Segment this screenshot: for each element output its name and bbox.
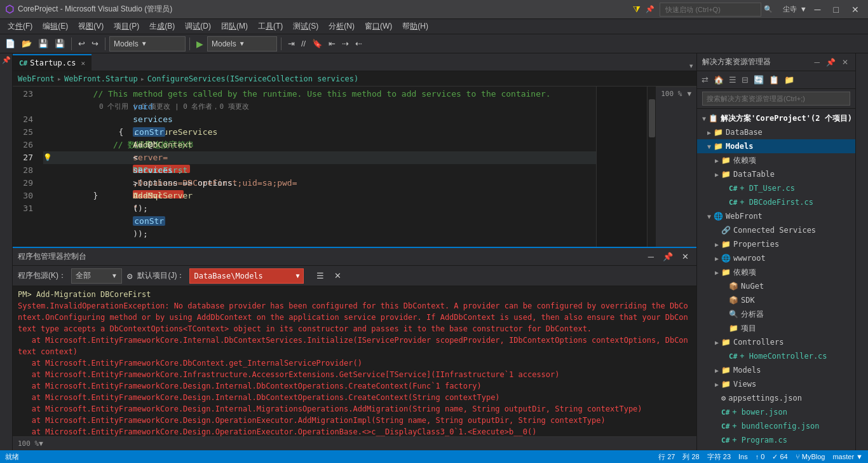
pmc-target-dropdown[interactable]: DataBase\Models <box>189 268 304 284</box>
se-collapse-btn[interactable]: ⊟ <box>740 74 750 86</box>
code-editor[interactable]: 23 24 25 26 27 28 29 30 31 <box>13 86 656 247</box>
tab-scroll-btn[interactable]: ▾ <box>689 60 694 71</box>
pmc-source-dropdown[interactable]: 全部 ▼ <box>71 268 122 284</box>
toolbar-extra1[interactable]: ⇤ <box>326 36 338 52</box>
se-auto-hide-btn[interactable]: ─ <box>812 57 822 67</box>
toolbar-bookmark[interactable]: 🔖 <box>309 36 325 52</box>
editor-scrollbar-thumb[interactable] <box>649 99 655 137</box>
status-num[interactable]: ✓ 64 <box>772 453 787 461</box>
tree-deps1[interactable]: ▶ 📁 依赖项 <box>697 153 855 167</box>
menu-build[interactable]: 生成(B) <box>144 20 180 33</box>
close-button[interactable]: ✕ <box>848 3 863 16</box>
tree-webfront[interactable]: ▼ 🌐 WebFront <box>697 209 855 223</box>
toolbar-extra2[interactable]: ⇢ <box>339 36 351 52</box>
tree-analyzer[interactable]: ▶ 🔍 分析器 <box>697 307 855 321</box>
tree-bundleconfig[interactable]: ▶ C# + bundleconfig.json <box>697 419 855 433</box>
status-row[interactable]: 行 27 <box>658 452 675 462</box>
left-pin-icon[interactable]: 📌 <box>2 56 11 64</box>
toolbar-saveall[interactable]: 💾 <box>52 36 67 52</box>
tree-bower[interactable]: ▶ C# + bower.json <box>697 405 855 419</box>
tab-close-startup[interactable]: ✕ <box>81 59 86 67</box>
pmc-zoom-arrow[interactable]: ▼ <box>39 439 43 448</box>
menu-view[interactable]: 视图(V) <box>73 20 109 33</box>
minimize-button[interactable]: ─ <box>811 3 825 16</box>
se-search-input[interactable] <box>702 92 850 106</box>
quick-launch-input[interactable] <box>660 3 761 17</box>
menu-debug[interactable]: 调试(D) <box>180 20 216 33</box>
menu-file[interactable]: 文件(F) <box>3 20 37 33</box>
rt-se-icon[interactable]: 解决方案资源管理器 <box>856 56 868 61</box>
quick-launch-box[interactable]: 🔍 <box>660 3 773 17</box>
menu-test[interactable]: 测试(S) <box>288 20 323 33</box>
menu-analyze[interactable]: 分析(N) <box>323 20 360 33</box>
status-master[interactable]: master ▼ <box>832 453 863 460</box>
se-pin-btn[interactable]: 📌 <box>824 57 837 67</box>
tree-models[interactable]: ▼ 📁 Models <box>697 139 855 153</box>
toolbar-save[interactable]: 💾 <box>36 36 51 52</box>
tree-wwwroot[interactable]: ▶ 🌐 wwwroot <box>697 251 855 265</box>
status-branch[interactable]: ⑂ MyBlog <box>796 453 825 460</box>
status-ready[interactable]: 就绪 <box>5 452 19 462</box>
tree-deps2[interactable]: ▶ 📁 依赖项 <box>697 265 855 279</box>
menu-edit[interactable]: 编辑(E) <box>37 20 73 33</box>
pmc-zoom-level[interactable]: 100 % <box>18 439 39 448</box>
breadcrumb-webfront[interactable]: WebFront <box>18 74 55 83</box>
se-refresh-btn[interactable]: 🔄 <box>752 74 766 86</box>
tree-dbcodefirst[interactable]: ▶ C# + DBCodeFirst.cs <box>697 195 855 209</box>
status-col[interactable]: 列 28 <box>682 452 699 462</box>
toolbar-new[interactable]: 📄 <box>3 36 18 52</box>
status-up[interactable]: ↑ 0 <box>756 453 765 460</box>
breadcrumb-startup[interactable]: WebFront.Startup <box>64 74 138 83</box>
breadcrumb-method[interactable]: ConfigureServices(IServiceCollection ser… <box>147 74 358 83</box>
tree-database[interactable]: ▶ 📁 DataBase <box>697 125 855 139</box>
toolbar-undo[interactable]: ↩ <box>76 36 88 52</box>
status-ins[interactable]: Ins <box>738 453 748 460</box>
pmc-pin-btn[interactable]: 📌 <box>660 251 675 263</box>
pmc-close-btn[interactable]: ✕ <box>679 251 691 263</box>
tree-properties[interactable]: ▶ 📁 Properties <box>697 237 855 251</box>
se-close-btn[interactable]: ✕ <box>840 57 850 67</box>
toolbar-open[interactable]: 📂 <box>19 36 34 52</box>
tree-nuget[interactable]: ▶ 📦 NuGet <box>697 279 855 293</box>
tree-connected-services[interactable]: ▶ 🔗 Connected Services <box>697 223 855 237</box>
tree-sdk[interactable]: ▶ 📦 SDK <box>697 293 855 307</box>
menu-window[interactable]: 窗口(W) <box>360 20 397 33</box>
zoom-level[interactable]: 100 % <box>661 90 682 98</box>
tree-homecontroller[interactable]: ▶ C# + HomeController.cs <box>697 349 855 363</box>
models-dropdown[interactable]: Models ▼ <box>109 36 186 52</box>
editor-scrollbar[interactable] <box>647 86 656 247</box>
status-char[interactable]: 字符 23 <box>707 452 731 462</box>
maximize-button[interactable]: □ <box>830 3 843 16</box>
zoom-arrow[interactable]: ▼ <box>687 90 691 98</box>
tree-datatable[interactable]: ▶ 📁 DataTable <box>697 167 855 181</box>
run-dropdown[interactable]: Models ▼ <box>207 36 277 52</box>
menu-help[interactable]: 帮助(H) <box>397 20 433 33</box>
tree-controllers[interactable]: ▶ 📁 Controllers <box>697 335 855 349</box>
menu-project[interactable]: 项目(P) <box>109 20 144 33</box>
se-props-btn[interactable]: 📋 <box>767 74 781 86</box>
toolbar-redo[interactable]: ↪ <box>89 36 101 52</box>
tree-models2[interactable]: ▶ 📁 Models <box>697 363 855 377</box>
pmc-settings-btn[interactable]: ⚙ <box>127 271 132 281</box>
tree-views[interactable]: ▶ 📁 Views <box>697 377 855 391</box>
se-home-btn[interactable]: 🏠 <box>712 74 726 86</box>
toolbar-extra3[interactable]: ⇠ <box>353 36 365 52</box>
tree-program[interactable]: ▶ C# + Program.cs <box>697 433 855 447</box>
pmc-minimize-btn[interactable]: ─ <box>646 251 656 263</box>
toolbar-comment[interactable]: // <box>299 36 308 52</box>
pmc-extra2-btn[interactable]: ✕ <box>332 270 344 282</box>
toolbar-indent[interactable]: ⇥ <box>285 36 297 52</box>
tree-dt-user[interactable]: ▶ C# + DT_User.cs <box>697 181 855 195</box>
se-showfiles-btn[interactable]: 📁 <box>782 74 796 86</box>
menu-tools[interactable]: 工具(T) <box>253 20 288 33</box>
run-button[interactable]: ▶ <box>194 38 206 50</box>
pmc-extra-btn[interactable]: ☰ <box>314 270 327 282</box>
se-filter-btn[interactable]: ☰ <box>727 74 738 86</box>
tab-startup-cs[interactable]: C# Startup.cs ✕ <box>13 54 92 71</box>
pmc-content[interactable]: PM> Add-Migration DBCoreFirst System.Inv… <box>13 286 696 436</box>
tree-xm[interactable]: ▶ 📁 项目 <box>697 321 855 335</box>
tree-appsettings[interactable]: ▶ ⚙ appsettings.json <box>697 391 855 405</box>
menu-team[interactable]: 团队(M) <box>216 20 253 33</box>
code-content[interactable]: // This method gets called by the runtim… <box>38 86 596 247</box>
tree-solution[interactable]: ▼ 📋 解决方案'CoreProject'(2 个项目) <box>697 111 855 125</box>
